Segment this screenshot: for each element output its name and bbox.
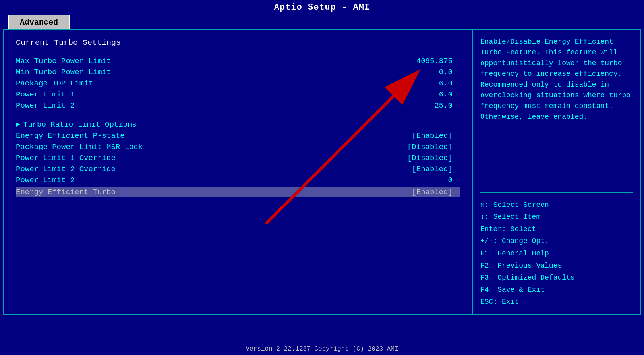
label-pkg-tdp: Package TDP Limit	[16, 79, 93, 88]
legend-select-item: ↕: Select Item	[480, 211, 633, 223]
legend-f2: F2: Previous Values	[480, 260, 633, 272]
help-divider	[480, 192, 633, 193]
table-row[interactable]: Power Limit 2 Override [Enabled]	[16, 165, 460, 174]
help-text: Enable/Disable Energy Efficient Turbo Fe…	[480, 37, 633, 186]
value-pl2-val: 25.0	[434, 101, 453, 110]
label-ppl-msr: Package Power Limit MSR Lock	[16, 143, 143, 151]
footer-text: Version 2.22.1287 Copyright (C) 2023 AMI	[246, 345, 398, 353]
label-pl2-override: Power Limit 2 Override	[16, 165, 116, 174]
value-eep: [Enabled]	[412, 131, 453, 140]
table-row: Package TDP Limit 6.0	[16, 79, 460, 88]
label-min-turbo: Min Turbo Power Limit	[16, 68, 111, 77]
tab-advanced-label: Advanced	[20, 18, 58, 27]
value-pl2: 0	[448, 176, 453, 185]
legend-enter: Enter: Select	[480, 223, 633, 235]
label-eet: Energy Efficient Turbo	[16, 188, 116, 197]
table-row: Max Turbo Power Limit 4095.875	[16, 57, 460, 66]
label-eep: Energy Efficient P-state	[16, 131, 125, 140]
value-ppl-msr: [Disabled]	[407, 143, 453, 151]
key-legend: ⇅: Select Screen ↕: Select Item Enter: S…	[480, 199, 633, 308]
help-text-content: Enable/Disable Energy Efficient Turbo Fe…	[480, 38, 630, 121]
table-row[interactable]: Energy Efficient P-state [Enabled]	[16, 131, 460, 140]
table-row: Power Limit 1 6.0	[16, 90, 460, 99]
value-pl1-override: [Disabled]	[407, 154, 453, 162]
value-max-turbo: 4095.875	[416, 57, 453, 66]
value-pl1: 6.0	[439, 90, 453, 99]
main-content: Current Turbo Settings Max Turbo Power L…	[3, 29, 641, 315]
settings-table: Max Turbo Power Limit 4095.875 Min Turbo…	[16, 57, 460, 197]
left-panel: Current Turbo Settings Max Turbo Power L…	[4, 30, 473, 314]
table-row[interactable]: Power Limit 2 0	[16, 176, 460, 185]
legend-f1: F1: General Help	[480, 247, 633, 260]
submenu-arrow-icon: ►	[16, 121, 20, 129]
value-min-turbo: 0.0	[439, 68, 453, 77]
legend-f4: F4: Save & Exit	[480, 284, 633, 296]
table-row[interactable]: Power Limit 1 Override [Disabled]	[16, 154, 460, 162]
value-eet: [Enabled]	[412, 188, 453, 197]
table-row: Power Limit 2 25.0	[16, 101, 460, 110]
label-pl1: Power Limit 1	[16, 90, 75, 99]
label-pl1-override: Power Limit 1 Override	[16, 154, 116, 162]
footer: Version 2.22.1287 Copyright (C) 2023 AMI	[0, 343, 644, 355]
label-pl2: Power Limit 2	[16, 176, 75, 185]
label-turbo-ratio: ► Turbo Ratio Limit Options	[16, 120, 137, 129]
legend-change-opt: +/-: Change Opt.	[480, 235, 633, 247]
value-pl2-override: [Enabled]	[412, 165, 453, 174]
legend-esc: ESC: Exit	[480, 296, 633, 308]
label-pl2-val: Power Limit 2	[16, 101, 75, 110]
title-bar: Aptio Setup - AMI	[0, 0, 644, 15]
title-text: Aptio Setup - AMI	[274, 2, 370, 12]
legend-select-screen: ⇅: Select Screen	[480, 199, 633, 211]
label-max-turbo: Max Turbo Power Limit	[16, 57, 111, 66]
table-row[interactable]: Package Power Limit MSR Lock [Disabled]	[16, 143, 460, 151]
right-panel: Enable/Disable Energy Efficient Turbo Fe…	[473, 30, 640, 314]
table-row-selected[interactable]: Energy Efficient Turbo [Enabled]	[16, 187, 460, 197]
section-title: Current Turbo Settings	[16, 38, 460, 47]
table-row: Min Turbo Power Limit 0.0	[16, 68, 460, 77]
tab-advanced[interactable]: Advanced	[8, 15, 70, 29]
value-pkg-tdp: 6.0	[439, 79, 453, 88]
tab-bar: Advanced	[0, 15, 644, 29]
table-row[interactable]: ► Turbo Ratio Limit Options	[16, 120, 460, 129]
legend-f3: F3: Optimized Defaults	[480, 272, 633, 284]
